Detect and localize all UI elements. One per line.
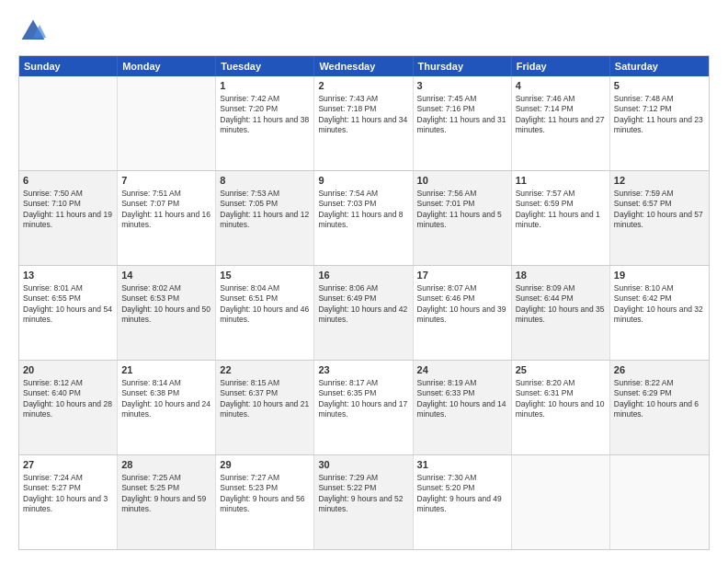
day-number: 26: [614, 363, 705, 377]
day-number: 24: [417, 363, 507, 377]
day-number: 14: [121, 269, 211, 282]
cell-info: Sunrise: 8:12 AM Sunset: 6:40 PM Dayligh…: [23, 378, 113, 420]
calendar-header: SundayMondayTuesdayWednesdayThursdayFrid…: [19, 56, 709, 76]
day-number: 10: [417, 174, 507, 188]
day-number: 22: [220, 363, 310, 377]
cell-info: Sunrise: 8:01 AM Sunset: 6:55 PM Dayligh…: [23, 283, 113, 326]
calendar-cell-0-6: 5Sunrise: 7:48 AM Sunset: 7:12 PM Daylig…: [610, 76, 709, 170]
day-number: 20: [23, 363, 113, 377]
calendar-cell-3-5: 25Sunrise: 8:20 AM Sunset: 6:31 PM Dayli…: [512, 361, 610, 454]
header-day-sunday: Sunday: [19, 56, 118, 76]
calendar-cell-1-5: 11Sunrise: 7:57 AM Sunset: 6:59 PM Dayli…: [512, 171, 610, 265]
calendar-cell-4-4: 31Sunrise: 7:30 AM Sunset: 5:20 PM Dayli…: [414, 455, 512, 549]
cell-info: Sunrise: 8:10 AM Sunset: 6:42 PM Dayligh…: [614, 283, 705, 326]
calendar-cell-3-2: 22Sunrise: 8:15 AM Sunset: 6:37 PM Dayli…: [216, 361, 314, 454]
cell-info: Sunrise: 7:50 AM Sunset: 7:10 PM Dayligh…: [23, 189, 113, 231]
calendar-row-3: 20Sunrise: 8:12 AM Sunset: 6:40 PM Dayli…: [19, 360, 709, 454]
cell-info: Sunrise: 8:02 AM Sunset: 6:53 PM Dayligh…: [121, 283, 211, 326]
cell-info: Sunrise: 7:24 AM Sunset: 5:27 PM Dayligh…: [23, 473, 113, 515]
day-number: 13: [23, 269, 113, 282]
calendar-cell-1-2: 8Sunrise: 7:53 AM Sunset: 7:05 PM Daylig…: [216, 171, 314, 265]
calendar-cell-1-1: 7Sunrise: 7:51 AM Sunset: 7:07 PM Daylig…: [118, 171, 216, 265]
calendar-cell-4-1: 28Sunrise: 7:25 AM Sunset: 5:25 PM Dayli…: [118, 455, 216, 549]
cell-info: Sunrise: 8:22 AM Sunset: 6:29 PM Dayligh…: [614, 378, 705, 420]
header-day-monday: Monday: [118, 56, 216, 76]
calendar-cell-0-1: [118, 76, 216, 170]
cell-info: Sunrise: 7:45 AM Sunset: 7:16 PM Dayligh…: [417, 94, 507, 136]
calendar-cell-4-3: 30Sunrise: 7:29 AM Sunset: 5:22 PM Dayli…: [314, 455, 413, 549]
calendar-row-0: 1Sunrise: 7:42 AM Sunset: 7:20 PM Daylig…: [19, 76, 709, 170]
logo: [18, 17, 51, 46]
calendar-cell-4-6: [610, 455, 709, 549]
calendar-cell-0-5: 4Sunrise: 7:46 AM Sunset: 7:14 PM Daylig…: [512, 76, 610, 170]
day-number: 25: [516, 363, 606, 377]
cell-info: Sunrise: 7:42 AM Sunset: 7:20 PM Dayligh…: [220, 94, 310, 136]
cell-info: Sunrise: 7:54 AM Sunset: 7:03 PM Dayligh…: [318, 189, 408, 231]
calendar-cell-0-3: 2Sunrise: 7:43 AM Sunset: 7:18 PM Daylig…: [314, 76, 413, 170]
cell-info: Sunrise: 7:25 AM Sunset: 5:25 PM Dayligh…: [121, 473, 211, 515]
calendar-row-2: 13Sunrise: 8:01 AM Sunset: 6:55 PM Dayli…: [19, 265, 709, 360]
calendar-cell-2-4: 17Sunrise: 8:07 AM Sunset: 6:46 PM Dayli…: [414, 266, 512, 360]
calendar-cell-4-0: 27Sunrise: 7:24 AM Sunset: 5:27 PM Dayli…: [19, 455, 118, 549]
header: [18, 17, 710, 46]
cell-info: Sunrise: 8:09 AM Sunset: 6:44 PM Dayligh…: [516, 283, 606, 326]
calendar-cell-0-0: [19, 76, 118, 170]
calendar-cell-3-0: 20Sunrise: 8:12 AM Sunset: 6:40 PM Dayli…: [19, 361, 118, 454]
day-number: 16: [318, 269, 408, 282]
calendar-cell-1-6: 12Sunrise: 7:59 AM Sunset: 6:57 PM Dayli…: [610, 171, 709, 265]
cell-info: Sunrise: 8:14 AM Sunset: 6:38 PM Dayligh…: [121, 378, 211, 420]
day-number: 31: [417, 458, 507, 472]
cell-info: Sunrise: 8:15 AM Sunset: 6:37 PM Dayligh…: [220, 378, 310, 420]
calendar-cell-2-6: 19Sunrise: 8:10 AM Sunset: 6:42 PM Dayli…: [610, 266, 709, 360]
calendar-cell-2-5: 18Sunrise: 8:09 AM Sunset: 6:44 PM Dayli…: [512, 266, 610, 360]
cell-info: Sunrise: 8:19 AM Sunset: 6:33 PM Dayligh…: [417, 378, 507, 420]
day-number: 8: [220, 174, 310, 188]
cell-info: Sunrise: 7:48 AM Sunset: 7:12 PM Dayligh…: [614, 94, 705, 136]
day-number: 23: [318, 363, 408, 377]
calendar: SundayMondayTuesdayWednesdayThursdayFrid…: [18, 55, 710, 550]
day-number: 6: [23, 174, 113, 188]
cell-info: Sunrise: 7:29 AM Sunset: 5:22 PM Dayligh…: [318, 473, 408, 515]
day-number: 27: [23, 458, 113, 472]
calendar-row-4: 27Sunrise: 7:24 AM Sunset: 5:27 PM Dayli…: [19, 454, 709, 549]
calendar-cell-0-2: 1Sunrise: 7:42 AM Sunset: 7:20 PM Daylig…: [216, 76, 314, 170]
calendar-cell-2-1: 14Sunrise: 8:02 AM Sunset: 6:53 PM Dayli…: [118, 266, 216, 360]
calendar-cell-2-0: 13Sunrise: 8:01 AM Sunset: 6:55 PM Dayli…: [19, 266, 118, 360]
cell-info: Sunrise: 8:06 AM Sunset: 6:49 PM Dayligh…: [318, 283, 408, 326]
cell-info: Sunrise: 8:04 AM Sunset: 6:51 PM Dayligh…: [220, 283, 310, 326]
header-day-saturday: Saturday: [610, 56, 709, 76]
calendar-cell-3-1: 21Sunrise: 8:14 AM Sunset: 6:38 PM Dayli…: [118, 361, 216, 454]
calendar-cell-1-4: 10Sunrise: 7:56 AM Sunset: 7:01 PM Dayli…: [414, 171, 512, 265]
header-day-thursday: Thursday: [414, 56, 512, 76]
calendar-cell-2-2: 15Sunrise: 8:04 AM Sunset: 6:51 PM Dayli…: [216, 266, 314, 360]
day-number: 15: [220, 269, 310, 282]
calendar-cell-2-3: 16Sunrise: 8:06 AM Sunset: 6:49 PM Dayli…: [314, 266, 413, 360]
cell-info: Sunrise: 8:17 AM Sunset: 6:35 PM Dayligh…: [318, 378, 408, 420]
header-day-tuesday: Tuesday: [216, 56, 314, 76]
day-number: 30: [318, 458, 408, 472]
cell-info: Sunrise: 7:56 AM Sunset: 7:01 PM Dayligh…: [417, 189, 507, 231]
calendar-cell-3-4: 24Sunrise: 8:19 AM Sunset: 6:33 PM Dayli…: [414, 361, 512, 454]
cell-info: Sunrise: 7:43 AM Sunset: 7:18 PM Dayligh…: [318, 94, 408, 136]
logo-icon: [18, 17, 48, 46]
day-number: 4: [516, 79, 606, 93]
calendar-cell-3-3: 23Sunrise: 8:17 AM Sunset: 6:35 PM Dayli…: [314, 361, 413, 454]
header-day-wednesday: Wednesday: [314, 56, 413, 76]
calendar-cell-1-3: 9Sunrise: 7:54 AM Sunset: 7:03 PM Daylig…: [314, 171, 413, 265]
calendar-body: 1Sunrise: 7:42 AM Sunset: 7:20 PM Daylig…: [19, 76, 709, 549]
cell-info: Sunrise: 7:46 AM Sunset: 7:14 PM Dayligh…: [516, 94, 606, 136]
cell-info: Sunrise: 7:30 AM Sunset: 5:20 PM Dayligh…: [417, 473, 507, 515]
day-number: 7: [121, 174, 211, 188]
day-number: 18: [516, 269, 606, 282]
calendar-cell-4-5: [512, 455, 610, 549]
cell-info: Sunrise: 7:51 AM Sunset: 7:07 PM Dayligh…: [121, 189, 211, 231]
day-number: 17: [417, 269, 507, 282]
calendar-cell-3-6: 26Sunrise: 8:22 AM Sunset: 6:29 PM Dayli…: [610, 361, 709, 454]
day-number: 29: [220, 458, 310, 472]
day-number: 12: [614, 174, 705, 188]
calendar-cell-1-0: 6Sunrise: 7:50 AM Sunset: 7:10 PM Daylig…: [19, 171, 118, 265]
day-number: 3: [417, 79, 507, 93]
day-number: 28: [121, 458, 211, 472]
calendar-row-1: 6Sunrise: 7:50 AM Sunset: 7:10 PM Daylig…: [19, 170, 709, 265]
day-number: 1: [220, 79, 310, 93]
